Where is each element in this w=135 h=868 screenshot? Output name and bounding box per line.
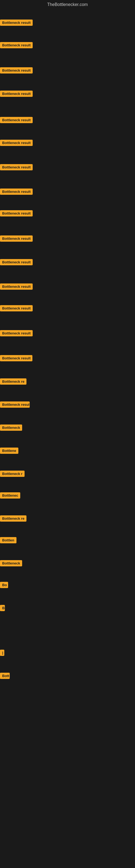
bottleneck-badge: Bottleneck result	[0, 259, 33, 265]
bottleneck-result-item[interactable]: Bottleneck r	[0, 471, 25, 478]
bottleneck-badge: Bottleneck result	[0, 117, 33, 123]
bottleneck-result-item[interactable]: Bottleneck result	[0, 259, 33, 267]
bottleneck-result-item[interactable]: Bottleneck result	[0, 330, 33, 337]
bottleneck-badge: Bottleneck result	[0, 91, 33, 97]
bottleneck-result-item[interactable]: Bottleneck result	[0, 20, 33, 27]
bottleneck-badge: Bottlen	[0, 537, 16, 543]
bottleneck-badge: Bottleneck result	[0, 330, 33, 336]
bottleneck-result-item[interactable]: Bottleneck result	[0, 188, 33, 196]
bottleneck-badge: Bottleneck result	[0, 140, 33, 146]
bottleneck-badge: Bottleneck r	[0, 471, 25, 477]
bottleneck-badge: Bottleneck re	[0, 378, 27, 384]
bottleneck-badge: Bott	[0, 673, 10, 679]
bottleneck-badge: Bottleneck result	[0, 188, 33, 195]
bottleneck-badge: Bottlene	[0, 447, 18, 454]
bottleneck-result-item[interactable]: Bottleneck re	[0, 378, 27, 386]
bottleneck-result-item[interactable]: Bottlenec	[0, 492, 20, 500]
bottleneck-result-item[interactable]: Bottleneck result	[0, 164, 33, 172]
bottleneck-badge: Bottleneck result	[0, 305, 33, 311]
bottleneck-result-item[interactable]: Bo	[0, 582, 8, 589]
bottleneck-badge: B	[0, 605, 5, 611]
bottleneck-result-item[interactable]: |	[0, 650, 4, 657]
bottleneck-result-item[interactable]: Bottleneck result	[0, 91, 33, 98]
bottleneck-result-item[interactable]: Bottleneck	[0, 560, 22, 567]
bottleneck-result-item[interactable]: B	[0, 605, 5, 612]
bottleneck-result-item[interactable]: Bottleneck result	[0, 210, 33, 218]
bottleneck-result-item[interactable]: Bottleneck result	[0, 42, 33, 50]
bottleneck-result-item[interactable]: Bottleneck result	[0, 67, 33, 74]
bottleneck-result-item[interactable]: Bottleneck result	[0, 355, 32, 362]
bottleneck-result-item[interactable]: Bottleneck result	[0, 236, 33, 243]
bottleneck-badge: Bottleneck re	[0, 516, 27, 522]
bottleneck-badge: Bottleneck resul	[0, 401, 30, 408]
bottleneck-result-item[interactable]: Bottleneck result	[0, 117, 33, 124]
bottleneck-badge: Bottleneck result	[0, 210, 33, 216]
bottleneck-badge: Bottleneck result	[0, 283, 33, 290]
bottleneck-result-item[interactable]: Bottleneck resul	[0, 401, 30, 409]
bottleneck-result-item[interactable]: Bottleneck result	[0, 140, 33, 147]
bottleneck-badge: Bottleneck	[0, 560, 22, 566]
bottleneck-result-item[interactable]: Bottleneck re	[0, 516, 27, 523]
bottleneck-badge: Bo	[0, 582, 8, 588]
bottleneck-result-item[interactable]: Bott	[0, 673, 10, 680]
bottleneck-badge: Bottleneck result	[0, 42, 33, 48]
bottleneck-result-item[interactable]: Bottlen	[0, 537, 16, 545]
bottleneck-badge: Bottleneck result	[0, 20, 33, 26]
bottleneck-badge: |	[0, 650, 4, 656]
site-title: TheBottlenecker.com	[0, 0, 135, 8]
bottleneck-badge: Bottleneck result	[0, 164, 33, 170]
bottleneck-result-item[interactable]: Bottleneck result	[0, 283, 33, 291]
bottleneck-badge: Bottlenec	[0, 492, 20, 499]
bottleneck-badge: Bottleneck result	[0, 355, 32, 361]
bottleneck-badge: Bottleneck result	[0, 236, 33, 242]
bottleneck-badge: Bottleneck result	[0, 67, 33, 73]
bottleneck-badge: Bottleneck	[0, 425, 22, 431]
bottleneck-result-item[interactable]: Bottlene	[0, 447, 18, 455]
bottleneck-result-item[interactable]: Bottleneck	[0, 425, 22, 432]
bottleneck-result-item[interactable]: Bottleneck result	[0, 305, 33, 312]
